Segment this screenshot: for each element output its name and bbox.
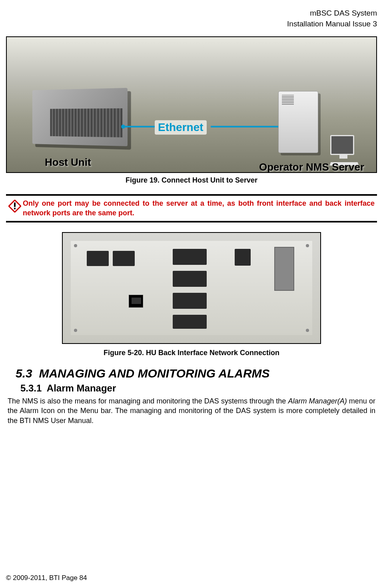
terminal-block-icon [113,251,135,266]
page-header: mBSC DAS System Installation Manual Issu… [6,8,377,29]
warning-icon [8,200,21,213]
terminal-block-icon [173,271,207,287]
figure-1-caption: Figure 19. Connect Host Unit to Server [6,176,377,185]
server-tower-icon [278,91,318,153]
nms-server-label: Operator NMS Server [259,161,364,173]
screw-icon [74,329,77,332]
terminal-block-icon [87,251,109,266]
subsection-number: 5.3.1 [20,383,42,393]
section-number: 5.3 [16,367,32,380]
screw-icon [306,244,309,247]
rack-face-icon [50,108,122,137]
warning-callout: Only one port may be connected to the se… [6,194,377,222]
subsection-title: Alarm Manager [47,383,116,393]
ethernet-line-right [211,126,283,127]
warning-text: Only one port may be connected to the se… [23,199,375,218]
monitor-icon [330,135,354,155]
terminal-block-icon [173,249,207,265]
body-text-italic: Alarm Manager(A) [288,397,347,405]
terminal-block-icon [173,315,207,329]
screw-icon [306,329,309,332]
screw-icon [74,244,77,247]
body-text-part1: The NMS is also the means for managing a… [8,397,288,405]
ethernet-label: Ethernet [155,120,207,135]
ethernet-line-left [123,126,155,127]
section-title: MANAGING AND MONITORING ALARMS [39,367,269,380]
rack-unit-icon [32,88,128,146]
page-footer: © 2009-2011, BTI Page 84 [6,574,87,582]
figure-1-container: Host Unit Ethernet Operator NMS Server [6,36,377,173]
header-line-2: Installation Manual Issue 3 [6,19,377,30]
figure-2-wrapper [6,232,377,346]
figure-2-caption: Figure 5-20. HU Back Interface Network C… [6,349,377,357]
subsection-heading: 5.3.1 Alarm Manager [20,383,377,394]
host-unit-label: Host Unit [45,156,91,169]
document-page: mBSC DAS System Installation Manual Issu… [0,0,383,588]
body-paragraph: The NMS is also the means for managing a… [8,396,375,425]
section-heading: 5.3 MANAGING AND MONITORING ALARMS [16,367,377,380]
svg-rect-1 [14,203,16,207]
terminal-block-icon [235,249,251,266]
ethernet-port-icon [129,295,143,308]
figure-2-container [62,232,321,344]
terminal-block-icon [173,293,207,309]
connector-icon [274,247,294,291]
svg-rect-2 [14,208,16,209]
host-unit-graphic [30,89,126,145]
header-line-1: mBSC DAS System [6,8,377,19]
nms-server-graphic [278,91,340,163]
